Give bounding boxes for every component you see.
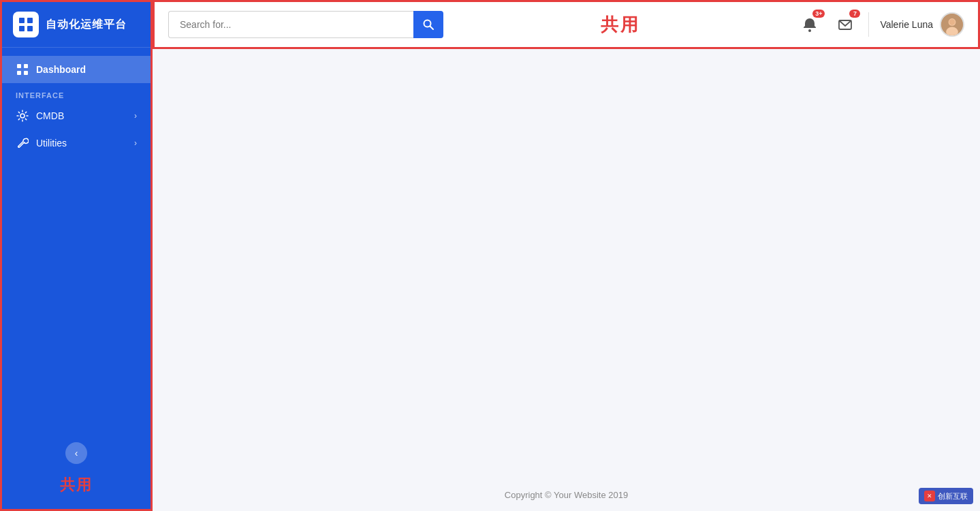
watermark: ✕ 创新互联 (919, 488, 973, 504)
svg-rect-5 (24, 64, 28, 68)
header-right: 3+ 7 Valerie Luna (797, 12, 964, 37)
sidebar-nav: Dashboard INTERFACE CMDB › (2, 48, 151, 437)
top-header: 共用 3+ 7 (153, 0, 980, 49)
sidebar-item-utilities[interactable]: Utilities › (2, 129, 151, 157)
user-section[interactable]: Valerie Luna (880, 12, 964, 37)
svg-rect-3 (27, 26, 33, 31)
sidebar: 自动化运维平台 Dashboard INTERFACE (0, 0, 153, 511)
logo-text: 自动化运维平台 (46, 18, 127, 32)
watermark-icon: ✕ (924, 491, 935, 501)
svg-point-15 (946, 27, 958, 37)
sidebar-item-dashboard[interactable]: Dashboard (2, 56, 151, 83)
footer-copyright: Copyright © Your Website 2019 (505, 490, 628, 500)
bell-notification-button[interactable]: 3+ (797, 12, 822, 37)
svg-rect-0 (19, 18, 25, 23)
search-input[interactable] (168, 11, 413, 38)
chevron-right-icon: › (134, 111, 137, 121)
page-content (153, 49, 980, 479)
sidebar-shared-label: 共用 (2, 469, 151, 509)
svg-rect-7 (24, 71, 28, 75)
logo-icon (13, 12, 39, 37)
wrench-icon (16, 136, 29, 150)
sidebar-logo: 自动化运维平台 (2, 2, 151, 48)
sidebar-item-cmdb[interactable]: CMDB › (2, 102, 151, 129)
grid-icon (16, 63, 29, 76)
bell-badge: 3+ (812, 10, 825, 18)
svg-rect-2 (19, 26, 25, 31)
sidebar-item-dashboard-label: Dashboard (36, 64, 137, 75)
chevron-right-icon-utilities: › (134, 138, 137, 148)
svg-point-8 (20, 114, 25, 118)
svg-rect-1 (27, 18, 33, 23)
mail-notification-button[interactable]: 7 (833, 12, 857, 37)
sidebar-collapse-button[interactable]: ‹ (65, 442, 87, 464)
page-body: Copyright © Your Website 2019 (153, 49, 980, 511)
avatar (940, 12, 964, 37)
svg-rect-6 (17, 71, 21, 75)
footer: Copyright © Your Website 2019 (153, 479, 980, 511)
sidebar-item-utilities-label: Utilities (36, 138, 127, 149)
svg-point-16 (949, 19, 955, 25)
svg-line-10 (430, 27, 434, 30)
main-content: 共用 3+ 7 (153, 0, 980, 511)
search-button[interactable] (413, 11, 443, 38)
svg-point-11 (808, 29, 811, 32)
mail-badge: 7 (849, 10, 860, 18)
svg-rect-4 (17, 64, 21, 68)
user-divider (868, 12, 869, 37)
watermark-label: 创新互联 (938, 491, 968, 501)
header-title: 共用 (454, 13, 787, 37)
gear-icon (16, 109, 29, 123)
sidebar-item-cmdb-label: CMDB (36, 110, 127, 121)
search-bar (168, 11, 443, 38)
user-name: Valerie Luna (880, 19, 933, 30)
sidebar-section-interface: INTERFACE (2, 83, 151, 102)
